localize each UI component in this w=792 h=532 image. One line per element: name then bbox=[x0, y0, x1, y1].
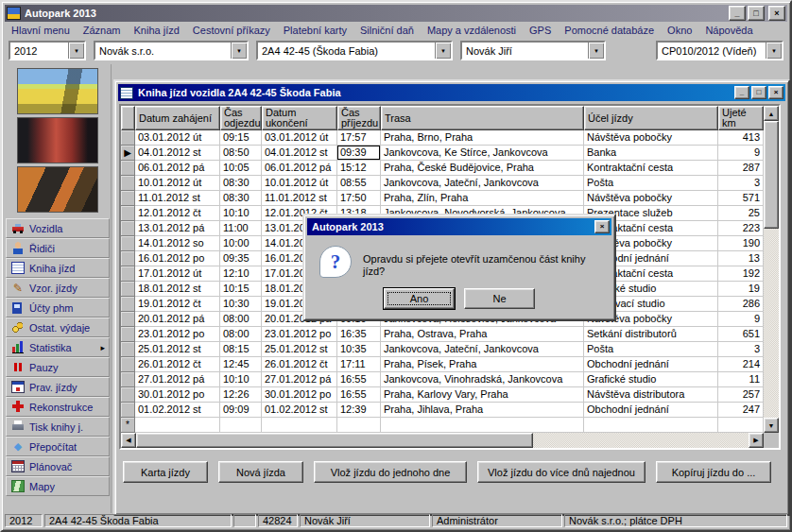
trip-cell[interactable]: 190 bbox=[718, 236, 764, 251]
menu-item-hlavni-menu[interactable]: Hlavní menu bbox=[5, 22, 77, 38]
trip-cell[interactable]: 25 bbox=[718, 206, 764, 221]
trip-cell[interactable]: 08:30 bbox=[220, 191, 262, 206]
window-close-button[interactable]: × bbox=[768, 86, 783, 99]
trip-cell[interactable]: 08:50 bbox=[220, 146, 262, 161]
scroll-left-icon[interactable]: ◀ bbox=[121, 433, 136, 448]
trip-cell[interactable]: 09:15 bbox=[220, 130, 262, 146]
row-selector[interactable]: ▶ bbox=[121, 146, 135, 161]
dialog-close-button[interactable]: × bbox=[594, 220, 610, 233]
trip-cell[interactable]: 192 bbox=[718, 266, 764, 282]
trip-row[interactable]: 01.02.2012 st09:0901.02.2012 st12:39Prah… bbox=[121, 403, 764, 418]
trip-book-titlebar[interactable]: Kniha jízd vozidla 2A4 42-45 Škoda Fabia… bbox=[118, 84, 785, 101]
window-maximize-button[interactable]: □ bbox=[751, 86, 766, 99]
combo-value[interactable]: CP010/2012 (Vídeň) bbox=[658, 43, 766, 59]
travel-order-combo[interactable]: CP010/2012 (Vídeň) ▼ bbox=[656, 41, 783, 60]
trip-cell[interactable]: 30.01.2012 po bbox=[262, 387, 337, 403]
trip-cell[interactable]: 08:00 bbox=[220, 327, 262, 342]
karta-jizdy-button[interactable]: Karta jízdy bbox=[123, 461, 208, 483]
trip-cell[interactable]: 01.02.2012 st bbox=[135, 403, 220, 418]
trip-cell[interactable]: 11.01.2012 st bbox=[262, 191, 337, 206]
trip-cell[interactable]: 10:30 bbox=[220, 297, 262, 312]
menu-item-zaznam[interactable]: Záznam bbox=[77, 22, 128, 38]
sidebar-item-ostat-vydaje[interactable]: Ostat. výdaje bbox=[6, 317, 110, 337]
trip-cell[interactable]: Obchodní jednání bbox=[584, 403, 718, 418]
trip-cell[interactable]: 10:15 bbox=[220, 282, 262, 297]
trip-cell[interactable]: 26.01.2012 čt bbox=[262, 357, 337, 372]
trip-cell[interactable]: Jankovcova, Ke Stírce, Jankovcova bbox=[381, 146, 584, 161]
trip-cell[interactable]: 12:10 bbox=[220, 266, 262, 282]
trip-cell[interactable]: 13.01.2012 pá bbox=[135, 221, 220, 236]
trip-cell[interactable] bbox=[381, 418, 584, 433]
vloz-jizdu-jednoho-dne-button[interactable]: Vlož jízdu do jednoho dne bbox=[314, 461, 467, 483]
row-selector[interactable] bbox=[121, 403, 135, 418]
trip-row[interactable]: ▶04.01.2012 st08:5004.01.2012 st09:39Jan… bbox=[121, 146, 764, 161]
trip-cell[interactable]: 257 bbox=[718, 387, 764, 403]
row-selector[interactable] bbox=[121, 266, 135, 282]
kopiruj-jizdu-button[interactable]: Kopíruj jízdu do ... bbox=[656, 461, 771, 483]
trip-cell[interactable]: 10.01.2012 út bbox=[262, 176, 337, 191]
sidebar-item-mapy[interactable]: Mapy bbox=[6, 476, 110, 496]
trip-cell[interactable]: 12:26 bbox=[220, 387, 262, 403]
column-header[interactable]: Ujeté km bbox=[718, 106, 764, 130]
row-selector[interactable] bbox=[121, 312, 135, 327]
sidebar-item-vzor-jizdy[interactable]: ✎ Vzor. jízdy bbox=[6, 278, 110, 298]
vehicle-combo[interactable]: 2A4 42-45 (Škoda Fabia) ▼ bbox=[256, 41, 453, 60]
sidebar-item-planovac[interactable]: Plánovač bbox=[6, 456, 110, 476]
dialog-titlebar[interactable]: Autopark 2013 × bbox=[307, 218, 611, 235]
window-minimize-button[interactable]: _ bbox=[734, 86, 749, 99]
no-button[interactable]: Ne bbox=[464, 288, 535, 309]
trip-cell[interactable]: 3 bbox=[718, 342, 764, 357]
row-selector[interactable] bbox=[121, 161, 135, 176]
trip-cell[interactable]: Jankovcova, Jateční, Jankovcova bbox=[381, 342, 584, 357]
sidebar-item-rekonstrukce[interactable]: Rekonstrukce bbox=[6, 397, 110, 417]
trip-cell[interactable]: 27.01.2012 pá bbox=[262, 372, 337, 387]
row-selector[interactable] bbox=[121, 357, 135, 372]
trip-cell[interactable]: Praha, České Budějovice, Praha bbox=[381, 161, 584, 176]
trip-cell[interactable]: Praha, Ostrava, Praha bbox=[381, 327, 584, 342]
row-selector[interactable] bbox=[121, 191, 135, 206]
trip-cell[interactable]: Pošta bbox=[584, 176, 718, 191]
trip-row[interactable]: 03.01.2012 út09:1503.01.2012 út17:57Prah… bbox=[121, 130, 764, 146]
menu-item-cestovni-prikazy[interactable]: Cestovní příkazy bbox=[186, 22, 277, 38]
menu-item-okno[interactable]: Okno bbox=[661, 22, 698, 38]
column-header[interactable]: Trasa bbox=[381, 106, 584, 130]
trip-cell[interactable]: 11:00 bbox=[220, 221, 262, 236]
trip-cell[interactable]: 09:39 bbox=[337, 146, 381, 161]
menu-item-pomocne-databaze[interactable]: Pomocné databáze bbox=[558, 22, 661, 38]
trip-cell[interactable]: Praha, Písek, Praha bbox=[381, 357, 584, 372]
trip-cell[interactable]: 17:57 bbox=[337, 130, 381, 146]
sidebar-item-prav-jizdy[interactable]: Prav. jízdy bbox=[6, 377, 110, 397]
trip-cell[interactable]: 571 bbox=[718, 191, 764, 206]
trip-cell[interactable]: 04.01.2012 st bbox=[262, 146, 337, 161]
vertical-scrollbar[interactable]: ▲ ▼ bbox=[764, 106, 779, 433]
trip-cell[interactable]: Setkání distributorů bbox=[584, 327, 718, 342]
row-selector[interactable] bbox=[121, 130, 135, 146]
sidebar-item-statistika[interactable]: Statistika ▸ bbox=[6, 337, 110, 357]
sidebar-item-ridici[interactable]: Řidiči bbox=[6, 238, 110, 258]
chevron-down-icon[interactable]: ▼ bbox=[435, 43, 451, 59]
row-selector[interactable] bbox=[121, 236, 135, 251]
vloz-jizdu-vice-dnu-button[interactable]: Vlož jízdu do více dnů najednou bbox=[477, 461, 646, 483]
trip-cell[interactable]: Praha, Brno, Praha bbox=[381, 130, 584, 146]
trip-cell[interactable]: 11 bbox=[718, 372, 764, 387]
row-selector[interactable] bbox=[121, 282, 135, 297]
trip-cell[interactable] bbox=[220, 418, 262, 433]
trip-row[interactable]: 10.01.2012 út08:3010.01.2012 út08:55Jank… bbox=[121, 176, 764, 191]
sidebar-item-tisk-knihy-j[interactable]: Tisk knihy j. bbox=[6, 417, 110, 437]
minimize-button[interactable]: _ bbox=[729, 6, 746, 21]
trip-cell[interactable]: 09:09 bbox=[220, 403, 262, 418]
sidebar-item-ucty-phm[interactable]: Účty phm bbox=[6, 298, 110, 317]
maximize-button[interactable]: □ bbox=[748, 6, 765, 21]
trip-cell[interactable]: 16:55 bbox=[337, 387, 381, 403]
trip-cell[interactable]: 01.02.2012 st bbox=[262, 403, 337, 418]
combo-value[interactable]: Novák s.r.o. bbox=[95, 43, 231, 59]
row-selector[interactable] bbox=[121, 372, 135, 387]
row-selector[interactable] bbox=[121, 176, 135, 191]
trip-cell[interactable]: 287 bbox=[718, 161, 764, 176]
column-header[interactable]: Čas příjezdu bbox=[337, 106, 381, 130]
trip-cell[interactable]: 10:10 bbox=[220, 206, 262, 221]
row-selector[interactable] bbox=[121, 342, 135, 357]
trip-cell[interactable]: 19 bbox=[718, 282, 764, 297]
trip-cell[interactable]: 23.01.2012 po bbox=[262, 327, 337, 342]
year-combo[interactable]: 2012 ▼ bbox=[9, 41, 86, 60]
